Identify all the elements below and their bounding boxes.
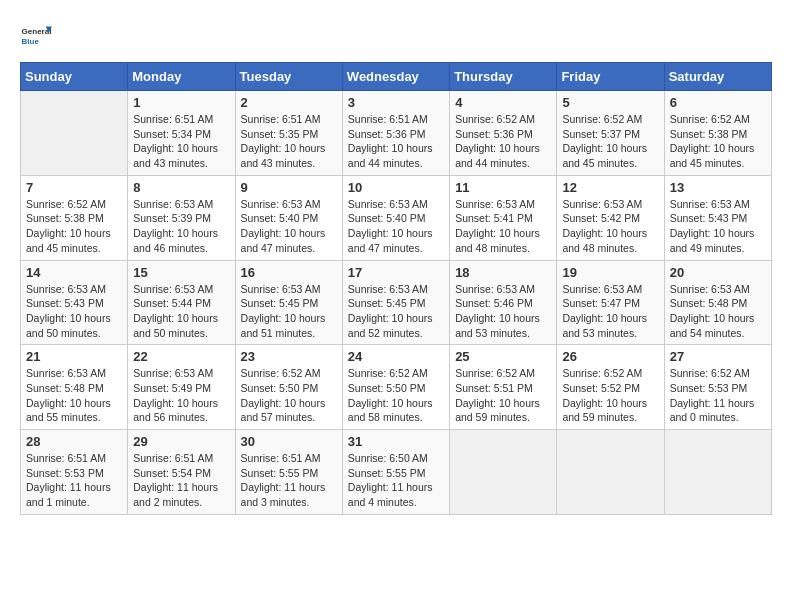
calendar-cell: 21Sunrise: 6:53 AM Sunset: 5:48 PM Dayli…: [21, 345, 128, 430]
day-info: Sunrise: 6:51 AM Sunset: 5:36 PM Dayligh…: [348, 112, 444, 171]
day-info: Sunrise: 6:51 AM Sunset: 5:54 PM Dayligh…: [133, 451, 229, 510]
calendar-cell: 17Sunrise: 6:53 AM Sunset: 5:45 PM Dayli…: [342, 260, 449, 345]
day-number: 2: [241, 95, 337, 110]
calendar-week-row: 28Sunrise: 6:51 AM Sunset: 5:53 PM Dayli…: [21, 430, 772, 515]
calendar-cell: 20Sunrise: 6:53 AM Sunset: 5:48 PM Dayli…: [664, 260, 771, 345]
day-header-saturday: Saturday: [664, 63, 771, 91]
calendar-cell: 6Sunrise: 6:52 AM Sunset: 5:38 PM Daylig…: [664, 91, 771, 176]
day-info: Sunrise: 6:53 AM Sunset: 5:47 PM Dayligh…: [562, 282, 658, 341]
day-info: Sunrise: 6:50 AM Sunset: 5:55 PM Dayligh…: [348, 451, 444, 510]
calendar-week-row: 1Sunrise: 6:51 AM Sunset: 5:34 PM Daylig…: [21, 91, 772, 176]
day-number: 4: [455, 95, 551, 110]
day-number: 30: [241, 434, 337, 449]
calendar-cell: 15Sunrise: 6:53 AM Sunset: 5:44 PM Dayli…: [128, 260, 235, 345]
day-number: 24: [348, 349, 444, 364]
calendar-cell: 30Sunrise: 6:51 AM Sunset: 5:55 PM Dayli…: [235, 430, 342, 515]
day-number: 26: [562, 349, 658, 364]
day-info: Sunrise: 6:53 AM Sunset: 5:46 PM Dayligh…: [455, 282, 551, 341]
day-info: Sunrise: 6:51 AM Sunset: 5:53 PM Dayligh…: [26, 451, 122, 510]
day-number: 25: [455, 349, 551, 364]
svg-text:Blue: Blue: [22, 37, 40, 46]
calendar-cell: 27Sunrise: 6:52 AM Sunset: 5:53 PM Dayli…: [664, 345, 771, 430]
day-info: Sunrise: 6:53 AM Sunset: 5:41 PM Dayligh…: [455, 197, 551, 256]
day-info: Sunrise: 6:53 AM Sunset: 5:48 PM Dayligh…: [26, 366, 122, 425]
calendar-cell: 18Sunrise: 6:53 AM Sunset: 5:46 PM Dayli…: [450, 260, 557, 345]
day-info: Sunrise: 6:53 AM Sunset: 5:43 PM Dayligh…: [26, 282, 122, 341]
calendar-cell: 13Sunrise: 6:53 AM Sunset: 5:43 PM Dayli…: [664, 175, 771, 260]
calendar-cell: 9Sunrise: 6:53 AM Sunset: 5:40 PM Daylig…: [235, 175, 342, 260]
day-number: 17: [348, 265, 444, 280]
day-number: 11: [455, 180, 551, 195]
day-number: 23: [241, 349, 337, 364]
day-header-monday: Monday: [128, 63, 235, 91]
day-info: Sunrise: 6:53 AM Sunset: 5:45 PM Dayligh…: [348, 282, 444, 341]
calendar-cell: 10Sunrise: 6:53 AM Sunset: 5:40 PM Dayli…: [342, 175, 449, 260]
calendar-cell: 4Sunrise: 6:52 AM Sunset: 5:36 PM Daylig…: [450, 91, 557, 176]
calendar-cell: 2Sunrise: 6:51 AM Sunset: 5:35 PM Daylig…: [235, 91, 342, 176]
calendar-cell: 11Sunrise: 6:53 AM Sunset: 5:41 PM Dayli…: [450, 175, 557, 260]
day-info: Sunrise: 6:51 AM Sunset: 5:55 PM Dayligh…: [241, 451, 337, 510]
calendar-cell: [21, 91, 128, 176]
day-number: 22: [133, 349, 229, 364]
day-number: 10: [348, 180, 444, 195]
calendar-cell: 25Sunrise: 6:52 AM Sunset: 5:51 PM Dayli…: [450, 345, 557, 430]
calendar-cell: [557, 430, 664, 515]
day-info: Sunrise: 6:52 AM Sunset: 5:51 PM Dayligh…: [455, 366, 551, 425]
calendar-table: SundayMondayTuesdayWednesdayThursdayFrid…: [20, 62, 772, 515]
day-info: Sunrise: 6:53 AM Sunset: 5:40 PM Dayligh…: [241, 197, 337, 256]
day-info: Sunrise: 6:53 AM Sunset: 5:44 PM Dayligh…: [133, 282, 229, 341]
day-info: Sunrise: 6:53 AM Sunset: 5:43 PM Dayligh…: [670, 197, 766, 256]
day-number: 31: [348, 434, 444, 449]
day-header-wednesday: Wednesday: [342, 63, 449, 91]
day-info: Sunrise: 6:53 AM Sunset: 5:42 PM Dayligh…: [562, 197, 658, 256]
calendar-cell: 12Sunrise: 6:53 AM Sunset: 5:42 PM Dayli…: [557, 175, 664, 260]
calendar-cell: 31Sunrise: 6:50 AM Sunset: 5:55 PM Dayli…: [342, 430, 449, 515]
calendar-cell: 7Sunrise: 6:52 AM Sunset: 5:38 PM Daylig…: [21, 175, 128, 260]
day-info: Sunrise: 6:53 AM Sunset: 5:48 PM Dayligh…: [670, 282, 766, 341]
calendar-week-row: 14Sunrise: 6:53 AM Sunset: 5:43 PM Dayli…: [21, 260, 772, 345]
day-number: 6: [670, 95, 766, 110]
day-info: Sunrise: 6:52 AM Sunset: 5:36 PM Dayligh…: [455, 112, 551, 171]
calendar-cell: 29Sunrise: 6:51 AM Sunset: 5:54 PM Dayli…: [128, 430, 235, 515]
calendar-cell: 28Sunrise: 6:51 AM Sunset: 5:53 PM Dayli…: [21, 430, 128, 515]
calendar-cell: 1Sunrise: 6:51 AM Sunset: 5:34 PM Daylig…: [128, 91, 235, 176]
calendar-header-row: SundayMondayTuesdayWednesdayThursdayFrid…: [21, 63, 772, 91]
calendar-cell: 14Sunrise: 6:53 AM Sunset: 5:43 PM Dayli…: [21, 260, 128, 345]
day-number: 19: [562, 265, 658, 280]
calendar-cell: 26Sunrise: 6:52 AM Sunset: 5:52 PM Dayli…: [557, 345, 664, 430]
day-number: 20: [670, 265, 766, 280]
calendar-cell: 16Sunrise: 6:53 AM Sunset: 5:45 PM Dayli…: [235, 260, 342, 345]
day-info: Sunrise: 6:53 AM Sunset: 5:49 PM Dayligh…: [133, 366, 229, 425]
day-number: 16: [241, 265, 337, 280]
day-info: Sunrise: 6:51 AM Sunset: 5:35 PM Dayligh…: [241, 112, 337, 171]
day-info: Sunrise: 6:53 AM Sunset: 5:45 PM Dayligh…: [241, 282, 337, 341]
logo: General Blue: [20, 20, 52, 52]
calendar-cell: 22Sunrise: 6:53 AM Sunset: 5:49 PM Dayli…: [128, 345, 235, 430]
day-info: Sunrise: 6:51 AM Sunset: 5:34 PM Dayligh…: [133, 112, 229, 171]
day-header-friday: Friday: [557, 63, 664, 91]
day-info: Sunrise: 6:53 AM Sunset: 5:40 PM Dayligh…: [348, 197, 444, 256]
day-number: 21: [26, 349, 122, 364]
day-header-tuesday: Tuesday: [235, 63, 342, 91]
calendar-cell: 23Sunrise: 6:52 AM Sunset: 5:50 PM Dayli…: [235, 345, 342, 430]
day-info: Sunrise: 6:52 AM Sunset: 5:50 PM Dayligh…: [241, 366, 337, 425]
day-number: 1: [133, 95, 229, 110]
calendar-cell: 5Sunrise: 6:52 AM Sunset: 5:37 PM Daylig…: [557, 91, 664, 176]
calendar-cell: [450, 430, 557, 515]
day-number: 12: [562, 180, 658, 195]
day-info: Sunrise: 6:52 AM Sunset: 5:52 PM Dayligh…: [562, 366, 658, 425]
calendar-cell: 8Sunrise: 6:53 AM Sunset: 5:39 PM Daylig…: [128, 175, 235, 260]
day-number: 28: [26, 434, 122, 449]
calendar-cell: 24Sunrise: 6:52 AM Sunset: 5:50 PM Dayli…: [342, 345, 449, 430]
day-info: Sunrise: 6:53 AM Sunset: 5:39 PM Dayligh…: [133, 197, 229, 256]
day-info: Sunrise: 6:52 AM Sunset: 5:38 PM Dayligh…: [670, 112, 766, 171]
day-number: 29: [133, 434, 229, 449]
day-info: Sunrise: 6:52 AM Sunset: 5:38 PM Dayligh…: [26, 197, 122, 256]
day-number: 14: [26, 265, 122, 280]
calendar-cell: 19Sunrise: 6:53 AM Sunset: 5:47 PM Dayli…: [557, 260, 664, 345]
calendar-week-row: 7Sunrise: 6:52 AM Sunset: 5:38 PM Daylig…: [21, 175, 772, 260]
day-number: 5: [562, 95, 658, 110]
page-header: General Blue: [20, 20, 772, 52]
day-number: 3: [348, 95, 444, 110]
day-number: 18: [455, 265, 551, 280]
